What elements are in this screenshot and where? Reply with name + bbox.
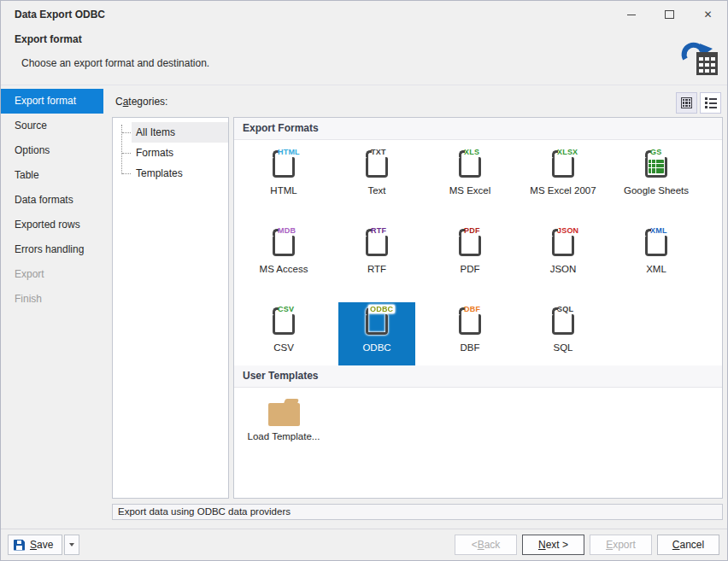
format-tile-ms-excel[interactable]: XLSMS Excel — [432, 145, 508, 208]
minimize-button[interactable] — [612, 1, 650, 28]
template-tile-load-template[interactable]: Load Template... — [245, 394, 322, 442]
group-header-user-templates: User Templates — [234, 365, 722, 388]
format-tile-dbf[interactable]: DBFDBF — [432, 302, 508, 365]
page-subtitle: Choose an export format and destination. — [21, 57, 209, 69]
wizard-header: Export format Choose an export format an… — [1, 28, 727, 85]
format-label: JSON — [525, 263, 602, 275]
document-icon: DBF — [449, 306, 490, 340]
list-view-button[interactable] — [700, 92, 721, 114]
document-icon: SQL — [543, 306, 584, 340]
sidebar-item-export: Export — [1, 262, 103, 287]
close-icon: ✕ — [703, 9, 712, 20]
format-label: Text — [338, 184, 415, 196]
save-button[interactable]: Save — [8, 535, 62, 555]
document-outline — [552, 236, 574, 256]
format-label: MS Access — [245, 263, 322, 275]
tree-item-formats[interactable]: Formats — [113, 143, 228, 163]
format-label: SQL — [525, 342, 602, 354]
footer-bar: Save < BackNext >ExportCancel — [1, 529, 727, 560]
sidebar-item-errors-handling[interactable]: Errors handling — [1, 237, 103, 262]
format-tile-text[interactable]: TXTText — [338, 145, 415, 208]
sidebar-item-exported-rows[interactable]: Exported rows — [1, 213, 103, 237]
document-outline — [366, 157, 388, 178]
tree-item-templates[interactable]: Templates — [113, 163, 228, 184]
format-badge: XLSX — [557, 148, 578, 156]
tree-item-all-items[interactable]: All Items — [113, 122, 228, 143]
document-outline — [273, 314, 295, 335]
nav-buttons: < BackNext >ExportCancel — [455, 535, 719, 555]
format-badge: ODBC — [368, 305, 395, 313]
formats-panel: Export FormatsHTMLHTMLTXTTextXLSMS Excel… — [233, 117, 723, 499]
maximize-button[interactable] — [650, 1, 689, 28]
sidebar-item-table[interactable]: Table — [1, 163, 103, 188]
format-badge: RTF — [371, 226, 386, 235]
group-grid-export-formats: HTMLHTMLTXTTextXLSMS ExcelXLSXMS Excel 2… — [234, 140, 722, 381]
sidebar-item-export-format[interactable]: Export format — [1, 89, 103, 114]
group-grid-user-templates: Load Template... — [234, 388, 722, 458]
grid-view-icon — [681, 97, 692, 108]
format-label: DBF — [432, 342, 508, 354]
format-badge: JSON — [557, 226, 578, 235]
format-tile-sql[interactable]: SQLSQL — [525, 302, 602, 365]
sidebar-item-options[interactable]: Options — [1, 138, 103, 163]
list-view-icon — [705, 96, 717, 110]
format-tile-ms-excel-2007[interactable]: XLSXMS Excel 2007 — [525, 145, 602, 208]
format-badge: SQL — [557, 305, 573, 313]
format-label: MS Excel 2007 — [525, 184, 602, 196]
group-header-export-formats: Export Formats — [234, 118, 722, 140]
sidebar-item-data-formats[interactable]: Data formats — [1, 188, 103, 213]
maximize-icon — [665, 10, 674, 19]
document-icon: PDF — [449, 227, 490, 261]
document-outline — [459, 236, 481, 256]
format-tile-xml[interactable]: XMLXML — [618, 224, 695, 287]
document-outline — [366, 236, 388, 256]
format-label: Load Template... — [245, 430, 322, 442]
format-tile-pdf[interactable]: PDFPDF — [432, 224, 508, 287]
document-outline — [645, 157, 667, 178]
format-tile-json[interactable]: JSONJSON — [525, 224, 602, 287]
format-label: XML — [618, 263, 695, 275]
status-bar: Export data using ODBC data providers — [112, 504, 723, 520]
format-label: CSV — [245, 342, 322, 354]
sidebar: Export formatSourceOptionsTableData form… — [1, 85, 103, 529]
document-icon: XML — [636, 227, 677, 261]
document-icon: XLSX — [543, 149, 584, 183]
sidebar-item-source[interactable]: Source — [1, 114, 103, 138]
document-icon: JSON — [543, 227, 584, 261]
document-outline — [459, 157, 481, 178]
window-controls: ✕ — [612, 1, 727, 28]
format-tile-csv[interactable]: CSVCSV — [245, 302, 322, 365]
format-tile-html[interactable]: HTMLHTML — [245, 145, 322, 208]
data-export-wizard-window: Data Export ODBC ✕ Export format Choose … — [0, 0, 728, 561]
back-button: < Back — [455, 535, 517, 555]
close-button[interactable]: ✕ — [689, 1, 727, 28]
format-badge: XML — [650, 226, 667, 235]
next-button[interactable]: Next > — [522, 535, 584, 555]
export-button: Export — [590, 535, 652, 555]
save-dropdown-button[interactable] — [64, 535, 79, 555]
document-icon: TXT — [356, 149, 397, 183]
document-icon: XLS — [449, 149, 490, 183]
title-bar[interactable]: Data Export ODBC ✕ — [1, 1, 727, 28]
format-label: RTF — [338, 263, 415, 275]
document-icon: CSV — [263, 306, 304, 340]
format-tile-odbc[interactable]: ODBCODBC — [338, 302, 415, 365]
document-icon: RTF — [356, 227, 397, 261]
grid-view-button[interactable] — [676, 92, 697, 114]
export-table-arrow-icon — [679, 35, 719, 78]
document-outline — [273, 236, 295, 256]
document-outline — [459, 314, 481, 335]
format-tile-ms-access[interactable]: MDBMS Access — [245, 224, 322, 287]
format-badge: MDB — [278, 226, 296, 235]
sheet-grid-icon — [649, 160, 664, 173]
format-badge: GS — [650, 148, 661, 156]
format-tile-rtf[interactable]: RTFRTF — [338, 224, 415, 287]
cancel-button[interactable]: Cancel — [657, 535, 719, 555]
format-tile-google-sheets[interactable]: GSGoogle Sheets — [618, 145, 695, 208]
format-badge: CSV — [278, 305, 294, 313]
save-split-button: Save — [8, 535, 79, 555]
document-outline — [552, 314, 574, 335]
document-icon: ODBC — [356, 306, 397, 340]
format-badge: PDF — [464, 226, 480, 235]
document-outline — [273, 157, 295, 178]
